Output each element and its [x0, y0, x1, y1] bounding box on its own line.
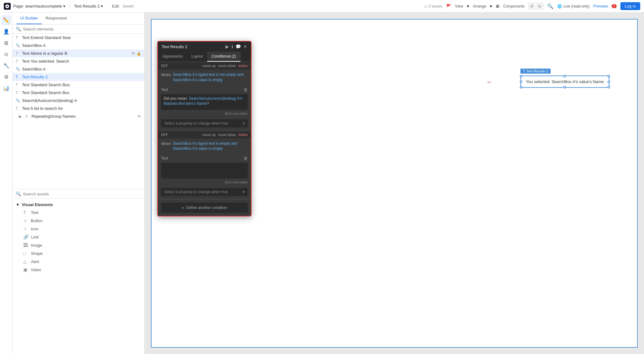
shape-icon: □	[23, 251, 28, 256]
tab-label: Appearance	[162, 54, 183, 59]
canvas-element-content: You selected: SearchBox A's value's Name	[526, 79, 604, 84]
tree-item-text-list[interactable]: T Text A list to search for	[13, 104, 144, 112]
edit-action[interactable]: Edit	[112, 4, 119, 8]
search-elements-input[interactable]	[23, 27, 141, 31]
asset-text[interactable]: T Text	[16, 208, 141, 216]
condition1-text-suffix: ?	[207, 101, 209, 106]
rail-plugins[interactable]: 🔧	[1, 60, 11, 70]
asset-label: Icon	[31, 227, 39, 231]
condition2-select-property[interactable]: Select a property to change when true ▾	[161, 188, 248, 196]
image-icon: 🖼	[23, 243, 28, 248]
notification-badge: 7	[612, 4, 617, 8]
condition1-select-property[interactable]: Select a property to change when true ▾	[161, 119, 248, 127]
undo-button[interactable]: ↺	[528, 3, 535, 10]
handle-mid-right[interactable]	[608, 81, 610, 83]
rail-database[interactable]: ⊞	[1, 38, 11, 48]
hide-icon[interactable]: 👁	[131, 51, 135, 56]
condition2-when-value[interactable]: SearchBox A's typed text is empty and Se…	[173, 141, 248, 152]
asset-icon[interactable]: ☆ Icon	[16, 225, 141, 233]
condition1-off[interactable]: OFF	[161, 64, 168, 68]
rail-settings[interactable]: ⚙	[1, 72, 11, 82]
logo[interactable]	[4, 3, 11, 10]
tab-dropdown-icon[interactable]: ▾	[101, 4, 103, 8]
play-icon[interactable]: ▶	[225, 44, 229, 49]
view-button[interactable]: View	[455, 4, 463, 8]
canvas-text-element[interactable]: You selected: SearchBox A's value's Name	[520, 76, 609, 88]
arrange-chevron: ▾	[490, 4, 492, 8]
lock-icon[interactable]: 🔒	[136, 51, 141, 56]
handle-bot-right[interactable]	[608, 86, 610, 88]
arrange-button[interactable]: Arrange	[473, 4, 486, 8]
comment-icon[interactable]: 💬	[236, 44, 241, 49]
tree-item-text-results-2[interactable]: T Text Results 2	[13, 73, 144, 81]
condition1-text-area[interactable]: Did you mean: Search&Autocorrect(testing…	[161, 94, 248, 110]
condition1-trash-icon[interactable]: 🗑	[243, 87, 248, 92]
lock-icon[interactable]: 👁	[137, 114, 141, 119]
asset-label: Link	[31, 235, 39, 239]
issues-indicator[interactable]: ⚠ 0 issues	[424, 4, 442, 8]
tree-item-text-you-selected[interactable]: T Text You selected: Search	[13, 57, 144, 65]
login-button[interactable]: Log in	[620, 2, 640, 10]
condition1-delete[interactable]: delete	[238, 64, 248, 68]
tab-appearance[interactable]: Appearance	[158, 52, 187, 62]
asset-shape[interactable]: □ Shape	[16, 249, 141, 257]
condition1-move-down[interactable]: move down	[218, 64, 236, 68]
rail-users[interactable]: 👤	[1, 26, 11, 37]
tree-item-text-standard-box-colon[interactable]: T Text Standard Search Box:	[13, 81, 144, 89]
tree-item-repeating-group[interactable]: ▶ ⊙ RepeatingGroup Names 👁	[13, 112, 144, 120]
asset-alert[interactable]: △ Alert	[16, 257, 141, 266]
search-assets-input[interactable]	[23, 192, 141, 196]
handle-bot-left[interactable]	[520, 86, 522, 88]
rail-ui-builder[interactable]: ✏️	[1, 15, 11, 25]
live-button[interactable]: 🌐 Live (read-only)	[557, 4, 589, 8]
info-icon[interactable]: ℹ	[231, 44, 233, 49]
tree-item-text-above[interactable]: T Text Above is a regular B 👁 🔒	[13, 49, 144, 57]
condition2-delete[interactable]: delete	[238, 133, 248, 137]
tab-ui-builder[interactable]: UI Builder	[16, 13, 42, 24]
tree-item-label: RepeatingGroup Names	[31, 114, 136, 119]
tab-conditional[interactable]: Conditional (2)	[207, 52, 241, 62]
condition1-rich-text-editor[interactable]: Rich text editor	[158, 111, 251, 117]
search-icon[interactable]: 🔍	[547, 3, 553, 9]
handle-bot-mid[interactable]	[564, 86, 566, 88]
tree-item-search-autocorrect[interactable]: 🔍 Search&Autocorrect(testing) A	[13, 97, 144, 104]
define-condition-button[interactable]: + Define another condition	[161, 203, 248, 213]
handle-top-mid[interactable]	[564, 75, 566, 77]
expand-icon[interactable]: ▶	[19, 114, 23, 119]
tab-layout[interactable]: Layout	[187, 52, 207, 62]
modal-header-icons: ▶ ℹ 💬 ✕	[225, 44, 247, 49]
condition1-when-value[interactable]: SearchBox A's typed text is not empty an…	[173, 72, 248, 83]
close-icon[interactable]: ✕	[243, 44, 247, 49]
condition2-trash-icon[interactable]: 🗑	[243, 156, 248, 161]
redo-button[interactable]: ↻	[536, 3, 543, 10]
condition2-move-up[interactable]: move up	[203, 133, 216, 137]
condition2-rich-text-editor[interactable]: Rich text editor	[158, 180, 251, 186]
handle-top-right[interactable]	[608, 75, 610, 77]
search-elements-icon: 🔍	[16, 26, 21, 31]
condition1-text-header: Text 🗑	[158, 85, 251, 94]
tree-item-searchbox-a1[interactable]: 🔍 SearchBox A	[13, 42, 144, 49]
asset-button[interactable]: ⊹ Button	[16, 216, 141, 225]
tab-text-results[interactable]: Text Results 2 ▾	[74, 4, 103, 8]
condition2-move-down[interactable]: move down	[218, 133, 236, 137]
asset-image[interactable]: 🖼 Image	[16, 241, 141, 249]
preview-button[interactable]: Preview	[593, 4, 608, 8]
visual-elements-header[interactable]: ▼ Visual Elements	[16, 201, 141, 208]
assets-content: ▼ Visual Elements T Text ⊹ Button ☆ Icon…	[13, 199, 144, 354]
condition1-move-up[interactable]: move up	[203, 64, 216, 68]
condition2-text-area[interactable]	[161, 163, 248, 178]
rail-analytics[interactable]: 📊	[1, 83, 11, 93]
rail-layers[interactable]: ⊙	[1, 49, 11, 59]
condition2-off[interactable]: OFF	[161, 133, 168, 137]
tree-item-text-standard-box[interactable]: T Text Standard Search Box	[13, 89, 144, 97]
asset-video[interactable]: ▣ Video	[16, 266, 141, 274]
page-dropdown-icon[interactable]: ▾	[63, 4, 65, 8]
tab-responsive[interactable]: Responsive	[42, 13, 71, 24]
handle-top-left[interactable]	[520, 75, 522, 77]
asset-link[interactable]: 🔗 Link	[16, 233, 141, 241]
tree-item-text-extend[interactable]: T Text Extend Standard Sear	[13, 34, 144, 42]
components-button[interactable]: Components	[503, 4, 525, 8]
tree-item-searchbox-a2[interactable]: 🔍 SearchBox A	[13, 65, 144, 73]
canvas-element-wrapper[interactable]: T Text Results 2 You selected: SearchBox…	[520, 76, 609, 88]
handle-mid-left[interactable]	[520, 81, 522, 83]
